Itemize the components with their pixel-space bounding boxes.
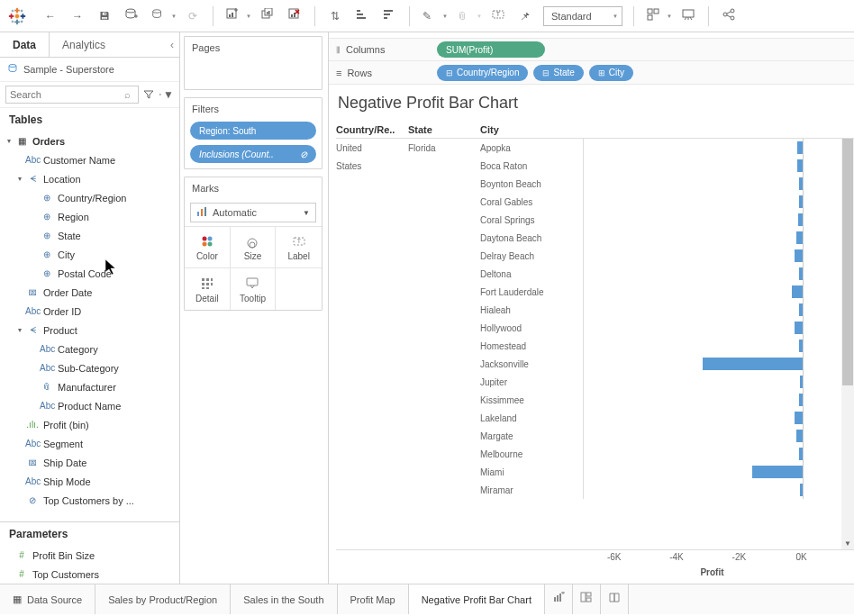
bar[interactable] (799, 303, 802, 316)
chart-scrollbar[interactable]: ▲ ▼ (841, 139, 854, 549)
header-country[interactable]: Country/Re.. (336, 122, 408, 138)
clear-sheet-button[interactable] (282, 4, 307, 29)
new-worksheet-button[interactable]: ▼ (221, 4, 253, 29)
bar[interactable] (799, 177, 802, 190)
bar[interactable] (799, 267, 802, 280)
field-sub-category[interactable]: AbcSub-Category (0, 358, 179, 377)
swap-button[interactable]: ⇅ (323, 4, 348, 29)
back-button[interactable]: ← (38, 4, 63, 29)
field-segment[interactable]: AbcSegment (0, 434, 179, 453)
datasource-item[interactable]: Sample - Superstore (0, 58, 179, 81)
filter-pill-inclusions[interactable]: Inclusions (Count..⊘ (190, 145, 316, 163)
bar[interactable] (795, 412, 803, 424)
duplicate-sheet-button[interactable] (255, 4, 280, 29)
field-region[interactable]: ⊕Region (0, 207, 179, 226)
field-category[interactable]: AbcCategory (0, 340, 179, 358)
field-ship-mode[interactable]: AbcShip Mode (0, 472, 179, 491)
scroll-down-icon[interactable]: ▼ (841, 537, 854, 549)
field-ship-date[interactable]: 📅︎Ship Date (0, 453, 179, 472)
chart-row[interactable]: Jacksonville (336, 355, 841, 373)
field-order-date[interactable]: 📅︎Order Date (0, 283, 179, 302)
chart-row[interactable]: Melbourne (336, 445, 841, 463)
group-button[interactable]: 📎︎▼ (451, 4, 484, 29)
tab-negative-profit[interactable]: Negative Profit Bar Chart (409, 584, 545, 614)
chart-row[interactable]: StatesBoca Raton (336, 157, 841, 175)
bar[interactable] (752, 466, 802, 478)
marks-detail-button[interactable]: Detail (185, 268, 231, 310)
scroll-thumb[interactable] (842, 139, 853, 385)
bar[interactable] (796, 430, 803, 442)
refresh-button[interactable]: ⟳ (180, 4, 205, 29)
table-orders[interactable]: ▾▦Orders (0, 131, 179, 150)
tab-data[interactable]: Data (0, 32, 50, 58)
rows-shelf[interactable]: ≡Rows ⊟Country/Region ⊟State ⊞City (329, 61, 854, 85)
search-input[interactable] (5, 86, 139, 104)
field-state[interactable]: ⊕State (0, 226, 179, 245)
marks-color-button[interactable]: Color (185, 227, 231, 268)
view-options-icon[interactable]: ▼ (159, 86, 174, 104)
tab-sales-south[interactable]: Sales in the South (231, 584, 337, 614)
tab-data-source[interactable]: ▦Data Source (0, 584, 95, 614)
chart-row[interactable]: Fort Lauderdale (336, 283, 841, 301)
chart-row[interactable]: Jupiter (336, 373, 841, 391)
tab-profit-map[interactable]: Profit Map (338, 584, 409, 614)
chart-row[interactable]: Kissimmee (336, 391, 841, 409)
marks-size-button[interactable]: Size (231, 227, 277, 268)
marks-tooltip-button[interactable]: Tooltip (231, 268, 277, 310)
chart-row[interactable]: Coral Springs (336, 211, 841, 229)
presentation-button[interactable] (676, 4, 701, 29)
field-product-name[interactable]: AbcProduct Name (0, 396, 179, 415)
chart-row[interactable]: Delray Beach (336, 247, 841, 265)
bar[interactable] (799, 394, 802, 406)
bar[interactable] (799, 195, 803, 208)
field-order-id[interactable]: AbcOrder ID (0, 302, 179, 321)
field-customer-name[interactable]: AbcCustomer Name (0, 150, 179, 169)
bar[interactable] (799, 448, 802, 460)
columns-pill-sum-profit[interactable]: SUM(Profit) (437, 41, 545, 58)
new-dashboard-button[interactable] (573, 584, 601, 614)
rows-pill-city[interactable]: ⊞City (589, 65, 633, 81)
field-manufacturer[interactable]: 📎︎Manufacturer (0, 377, 179, 396)
chart-row[interactable]: Miami (336, 463, 841, 481)
pause-updates-button[interactable]: ▼ (146, 4, 178, 29)
chart-row[interactable]: Boynton Beach (336, 175, 841, 193)
labels-button[interactable]: T (486, 4, 511, 29)
chart-row[interactable]: Lakeland (336, 409, 841, 427)
rows-pill-state[interactable]: ⊟State (533, 65, 583, 81)
chart-row[interactable]: Daytona Beach (336, 229, 841, 247)
param-profit-bin-size[interactable]: #Profit Bin Size (0, 546, 179, 565)
bar[interactable] (796, 231, 803, 244)
fit-dropdown[interactable]: Standard▼ (543, 6, 622, 26)
tab-analytics[interactable]: Analytics (50, 32, 118, 58)
field-top-customers[interactable]: ⊘Top Customers by ... (0, 491, 179, 510)
x-axis[interactable]: -6K-4K-2K0K (583, 550, 841, 567)
bar[interactable] (799, 340, 802, 352)
filter-icon[interactable] (141, 86, 156, 104)
sort-asc-button[interactable] (350, 4, 375, 29)
field-location[interactable]: ▾ᗕLocation (0, 169, 179, 188)
share-button[interactable] (716, 4, 741, 29)
filters-card[interactable]: Filters Region: South Inclusions (Count.… (184, 97, 323, 169)
sort-desc-button[interactable] (377, 4, 402, 29)
chart-row[interactable]: UnitedFloridaApopka (336, 139, 841, 157)
chart-row[interactable]: Margate (336, 427, 841, 445)
new-datasource-button[interactable] (119, 4, 144, 29)
highlight-button[interactable]: ✎▼ (417, 4, 450, 29)
tab-sales-product-region[interactable]: Sales by Product/Region (95, 584, 231, 614)
bar[interactable] (797, 141, 802, 154)
chart-row[interactable]: Hialeah (336, 301, 841, 319)
show-cards-button[interactable]: ▼ (641, 4, 674, 29)
bar[interactable] (795, 249, 803, 262)
field-country-region[interactable]: ⊕Country/Region (0, 188, 179, 207)
bar[interactable] (800, 376, 803, 388)
chart-row[interactable]: Homestead (336, 337, 841, 355)
header-state[interactable]: State (408, 122, 480, 138)
marks-label-button[interactable]: TLabel (276, 227, 322, 268)
pages-card[interactable]: Pages (184, 36, 323, 90)
columns-shelf[interactable]: ⦀Columns SUM(Profit) (329, 38, 854, 61)
chart-row[interactable]: Hollywood (336, 319, 841, 337)
bar[interactable] (798, 213, 803, 226)
save-button[interactable]: 💾︎ (92, 4, 117, 29)
field-profit-bin[interactable]: .ılı.Profit (bin) (0, 415, 179, 434)
bar[interactable] (795, 322, 803, 334)
